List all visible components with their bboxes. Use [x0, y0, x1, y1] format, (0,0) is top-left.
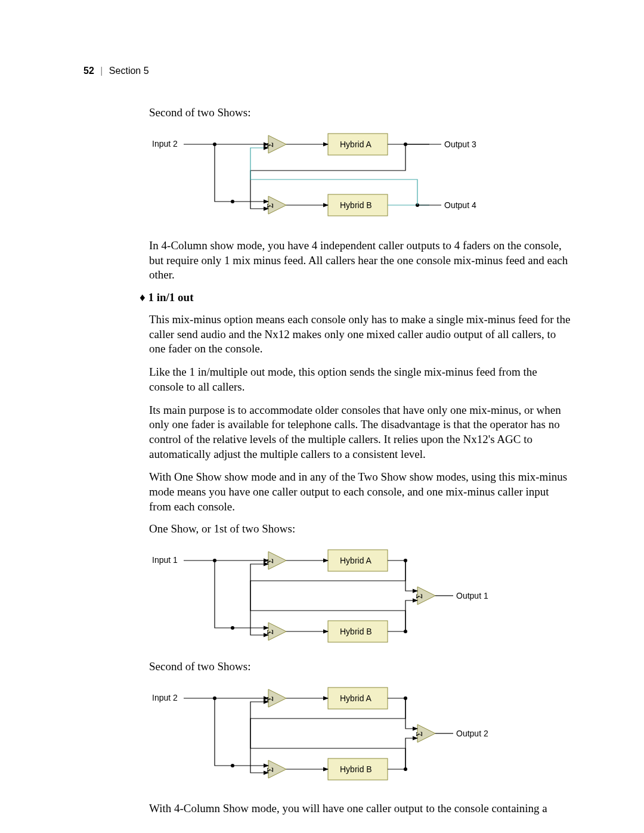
- output-1-label: Output 1: [456, 591, 488, 600]
- page-content: 52 | Section 5 Second of two Shows: Inpu…: [0, 0, 644, 833]
- paragraph-6: With 4-Column Show mode, you will have o…: [149, 801, 572, 816]
- sigma-icon: Σ: [266, 767, 275, 772]
- sigma-icon: Σ: [266, 696, 275, 701]
- input-label: Input 2: [152, 139, 178, 148]
- sigma-icon: Σ: [266, 559, 275, 563]
- output-3-label: Output 3: [444, 140, 476, 149]
- sigma-icon: Σ: [266, 143, 275, 147]
- page-number: 52: [83, 66, 94, 76]
- signal-diagram-1: Input 2 Σ Σ Hybrid A Hybrid B: [149, 123, 507, 230]
- page-header: 52 | Section 5: [83, 66, 572, 76]
- paragraph-5: With One Show show mode and in any of th…: [149, 470, 572, 514]
- sigma-icon: Σ: [266, 630, 275, 634]
- signal-diagram-2: Input 1 Σ Σ Σ Hybrid A Hybrid B: [149, 539, 507, 655]
- output-4-label: Output 4: [444, 200, 476, 210]
- paragraph-3: Like the 1 in/multiple out mode, this op…: [149, 365, 572, 394]
- sigma-icon: Σ: [415, 732, 424, 736]
- bullet-heading: 1 in/1 out: [140, 291, 572, 304]
- svg-point-20: [231, 626, 234, 630]
- sigma-icon: Σ: [415, 594, 424, 599]
- signal-diagram-3: Input 2 Σ Σ Σ Hybrid A Hybrid B Output 2: [149, 677, 507, 793]
- paragraph-2: This mix-minus option means each console…: [149, 312, 572, 357]
- input-label: Input 2: [152, 693, 178, 702]
- output-2-label: Output 2: [456, 729, 488, 738]
- paragraph-1: In 4-Column show mode, you have 4 indepe…: [149, 239, 572, 283]
- caption-diagram2: One Show, or 1st of two Shows:: [149, 522, 572, 535]
- section-label: Section 5: [109, 66, 149, 76]
- hybrid-a-label: Hybrid A: [340, 556, 372, 565]
- hybrid-b-label: Hybrid B: [340, 764, 372, 774]
- svg-point-33: [231, 764, 234, 767]
- paragraph-4: Its main purpose is to accommodate older…: [149, 403, 572, 462]
- input-label: Input 1: [152, 555, 178, 565]
- caption-diagram3: Second of two Shows:: [149, 660, 572, 673]
- sigma-icon: Σ: [266, 203, 275, 208]
- hybrid-a-label: Hybrid A: [340, 140, 372, 149]
- hybrid-a-label: Hybrid A: [340, 693, 372, 703]
- caption-diagram1: Second of two Shows:: [149, 106, 572, 119]
- hybrid-b-label: Hybrid B: [340, 627, 372, 636]
- svg-point-8: [231, 200, 234, 203]
- header-separator: |: [100, 66, 103, 76]
- hybrid-b-label: Hybrid B: [340, 200, 372, 210]
